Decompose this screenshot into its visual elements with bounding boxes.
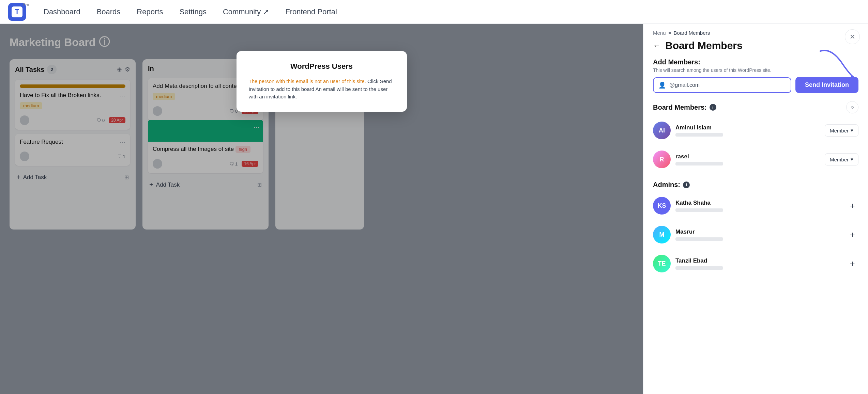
breadcrumb-menu: Menu [653, 30, 666, 36]
member-role-select-rasel[interactable]: Member ▾ [825, 153, 858, 166]
top-navigation: T Pro Dashboard Boards Reports Settings … [0, 0, 868, 24]
nav-item-dashboard[interactable]: Dashboard [37, 5, 87, 19]
board-members-header: Board Members: i ○ [643, 100, 868, 117]
panel-back-button[interactable]: ← [653, 41, 660, 50]
breadcrumb-dot [669, 32, 671, 34]
logo-icon: T [15, 8, 19, 16]
pro-badge: Pro [23, 3, 29, 7]
search-input-wrapper: 👤 [653, 77, 791, 93]
search-row: 👤 Send Invitation [643, 77, 868, 100]
member-row-rasel: R rasel Member ▾ [643, 146, 868, 172]
divider-1 [653, 145, 858, 145]
admin-row-katha: KS Katha Shaha + [643, 193, 868, 219]
members-search-icon: ○ [851, 104, 854, 110]
admin-info-katha: Katha Shaha [675, 200, 841, 212]
modal-warning-text: The person with this email is not an use… [249, 78, 366, 84]
admins-title: Admins: [653, 181, 680, 189]
admins-header: Admins: i [643, 175, 868, 193]
admin-name-katha: Katha Shaha [675, 200, 841, 206]
panel-title: Board Members [665, 40, 743, 51]
member-sub-rasel [675, 162, 723, 166]
member-row-aminul: AI Aminul Islam Member ▾ [643, 117, 868, 143]
close-icon: ✕ [850, 33, 855, 41]
member-info-aminul: Aminul Islam [675, 124, 820, 137]
modal-overlay: WordPress Users The person with this ema… [0, 24, 643, 394]
modal-title: WordPress Users [249, 62, 395, 71]
admin-row-masrur: M Masrur + [643, 222, 868, 248]
main-area: Marketing Board ⓘ All Tasks 2 ⊕ ⚙ [0, 24, 868, 394]
role-chevron: ▾ [851, 127, 853, 133]
members-search-button[interactable]: ○ [846, 101, 858, 113]
divider-4 [653, 249, 858, 249]
admin-avatar-tanzil: TE [653, 255, 671, 272]
search-icon: 👤 [658, 81, 666, 89]
add-members-sub: This will search among the users of this… [643, 67, 868, 77]
wordpress-users-modal: WordPress Users The person with this ema… [237, 51, 407, 112]
add-members-label: Add Members: [643, 51, 868, 67]
panel-breadcrumb: Menu Board Members [643, 24, 868, 36]
member-name-aminul: Aminul Islam [675, 124, 820, 131]
divider-3 [653, 220, 858, 220]
admin-sub-katha [675, 208, 723, 212]
member-avatar-aminul: AI [653, 122, 671, 139]
member-info-rasel: rasel [675, 153, 820, 166]
right-panel: ✕ Menu Board Members ← Board Members Add… [643, 24, 868, 394]
admin-name-masrur: Masrur [675, 228, 841, 235]
admin-add-tanzil[interactable]: + [846, 257, 858, 270]
admin-info-tanzil: Tanzil Ebad [675, 257, 841, 270]
nav-items: Dashboard Boards Reports Settings Commun… [37, 5, 344, 19]
modal-warning: The person with this email is not an use… [249, 78, 395, 101]
breadcrumb-current: Board Members [674, 30, 710, 36]
nav-item-boards[interactable]: Boards [90, 5, 127, 19]
nav-item-frontend-portal[interactable]: Frontend Portal [278, 5, 344, 19]
admin-avatar-katha: KS [653, 197, 671, 215]
admin-add-katha[interactable]: + [846, 200, 858, 212]
send-invitation-button[interactable]: Send Invitation [795, 77, 858, 93]
nav-item-settings[interactable]: Settings [172, 5, 213, 19]
member-role-select-aminul[interactable]: Member ▾ [825, 124, 858, 137]
role-chevron-2: ▾ [851, 156, 853, 162]
admin-info-masrur: Masrur [675, 228, 841, 241]
admin-add-masrur[interactable]: + [846, 228, 858, 241]
nav-item-community[interactable]: Community ↗ [216, 5, 276, 19]
admins-info-icon: i [683, 182, 690, 188]
board-background: Marketing Board ⓘ All Tasks 2 ⊕ ⚙ [0, 24, 643, 394]
member-sub-aminul [675, 133, 723, 137]
member-avatar-rasel: R [653, 151, 671, 168]
members-info-icon: i [710, 104, 716, 111]
admin-name-tanzil: Tanzil Ebad [675, 257, 841, 264]
panel-header: ← Board Members [643, 36, 868, 51]
admin-row-tanzil: TE Tanzil Ebad + [643, 251, 868, 277]
board-members-title: Board Members: i [653, 104, 716, 111]
divider-2 [653, 174, 858, 174]
admin-avatar-masrur: M [653, 226, 671, 243]
email-search-input[interactable] [669, 82, 786, 88]
admin-sub-masrur [675, 237, 723, 241]
admin-sub-tanzil [675, 266, 723, 270]
panel-close-button[interactable]: ✕ [845, 29, 860, 44]
nav-item-reports[interactable]: Reports [130, 5, 170, 19]
member-name-rasel: rasel [675, 153, 820, 160]
